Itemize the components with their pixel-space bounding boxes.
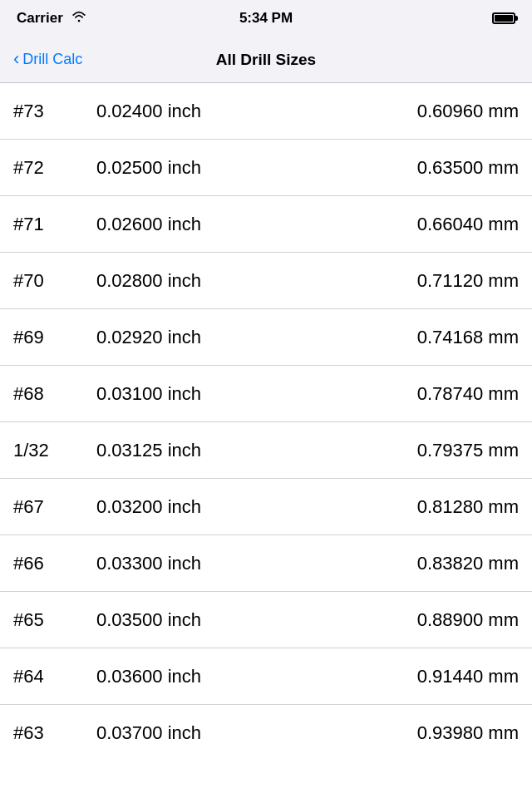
table-row[interactable]: #730.02400 inch0.60960 mm bbox=[0, 83, 532, 140]
drill-size: #67 bbox=[13, 496, 96, 518]
back-label: Drill Calc bbox=[22, 51, 82, 68]
drill-inch: 0.02920 inch bbox=[96, 327, 369, 348]
table-row[interactable]: #690.02920 inch0.74168 mm bbox=[0, 309, 532, 366]
drill-size: 1/32 bbox=[13, 440, 96, 461]
drill-mm: 0.74168 mm bbox=[369, 327, 519, 348]
drill-inch: 0.02500 inch bbox=[96, 157, 369, 179]
drill-inch: 0.03100 inch bbox=[96, 383, 369, 405]
table-row[interactable]: #660.03300 inch0.83820 mm bbox=[0, 535, 532, 592]
drill-size: #70 bbox=[13, 270, 96, 292]
drill-size: #64 bbox=[13, 666, 96, 687]
page-title: All Drill Sizes bbox=[216, 51, 316, 69]
drill-inch: 0.03300 inch bbox=[96, 553, 369, 574]
drill-mm: 0.71120 mm bbox=[369, 270, 519, 292]
drill-size: #71 bbox=[13, 214, 96, 235]
drill-mm: 0.60960 mm bbox=[369, 101, 519, 122]
drill-mm: 0.93980 mm bbox=[369, 722, 519, 744]
drill-mm: 0.79375 mm bbox=[369, 440, 519, 461]
drill-inch: 0.02600 inch bbox=[96, 214, 369, 235]
drill-size-table: #730.02400 inch0.60960 mm#720.02500 inch… bbox=[0, 83, 532, 798]
drill-inch: 0.02400 inch bbox=[96, 101, 369, 122]
drill-inch: 0.03700 inch bbox=[96, 722, 369, 744]
drill-size: #73 bbox=[13, 101, 96, 122]
table-row[interactable]: #670.03200 inch0.81280 mm bbox=[0, 479, 532, 535]
carrier-label: Carrier bbox=[17, 10, 63, 27]
status-left: Carrier bbox=[17, 10, 88, 27]
table-row[interactable]: #680.03100 inch0.78740 mm bbox=[0, 366, 532, 422]
drill-size: #72 bbox=[13, 157, 96, 179]
table-row[interactable]: 1/320.03125 inch0.79375 mm bbox=[0, 422, 532, 479]
status-bar: Carrier 5:34 PM bbox=[0, 0, 532, 37]
drill-inch: 0.02800 inch bbox=[96, 270, 369, 292]
status-time: 5:34 PM bbox=[239, 10, 293, 27]
wifi-icon bbox=[70, 10, 88, 27]
drill-mm: 0.81280 mm bbox=[369, 496, 519, 518]
back-chevron-icon: ‹ bbox=[13, 50, 19, 68]
battery-fill bbox=[495, 15, 513, 22]
table-row[interactable]: #700.02800 inch0.71120 mm bbox=[0, 253, 532, 309]
battery-icon bbox=[492, 12, 515, 24]
drill-mm: 0.66040 mm bbox=[369, 214, 519, 235]
drill-mm: 0.91440 mm bbox=[369, 666, 519, 687]
drill-inch: 0.03600 inch bbox=[96, 666, 369, 687]
table-row[interactable]: #650.03500 inch0.88900 mm bbox=[0, 592, 532, 648]
drill-mm: 0.83820 mm bbox=[369, 553, 519, 574]
table-row[interactable]: #720.02500 inch0.63500 mm bbox=[0, 140, 532, 196]
drill-inch: 0.03500 inch bbox=[96, 609, 369, 631]
drill-mm: 0.78740 mm bbox=[369, 383, 519, 405]
table-row[interactable]: #640.03600 inch0.91440 mm bbox=[0, 648, 532, 705]
drill-size: #66 bbox=[13, 553, 96, 574]
drill-mm: 0.88900 mm bbox=[369, 609, 519, 631]
nav-bar: ‹ Drill Calc All Drill Sizes bbox=[0, 37, 532, 83]
status-right bbox=[492, 12, 515, 24]
drill-inch: 0.03125 inch bbox=[96, 440, 369, 461]
drill-inch: 0.03200 inch bbox=[96, 496, 369, 518]
drill-size: #68 bbox=[13, 383, 96, 405]
drill-mm: 0.63500 mm bbox=[369, 157, 519, 179]
back-button[interactable]: ‹ Drill Calc bbox=[13, 51, 82, 68]
drill-size: #63 bbox=[13, 722, 96, 744]
drill-size: #65 bbox=[13, 609, 96, 631]
table-row[interactable]: #710.02600 inch0.66040 mm bbox=[0, 196, 532, 253]
drill-size: #69 bbox=[13, 327, 96, 348]
table-row[interactable]: #630.03700 inch0.93980 mm bbox=[0, 705, 532, 761]
